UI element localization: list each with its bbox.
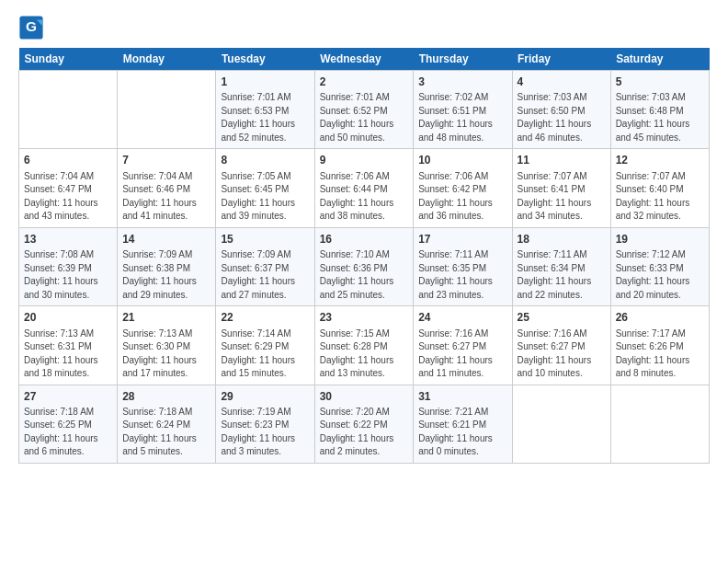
day-detail: Sunrise: 7:03 AM Sunset: 6:48 PM Dayligh… xyxy=(616,91,704,144)
day-detail: Sunrise: 7:21 AM Sunset: 6:21 PM Dayligh… xyxy=(418,406,506,459)
calendar-cell: 25Sunrise: 7:16 AM Sunset: 6:27 PM Dayli… xyxy=(512,306,610,385)
day-number: 1 xyxy=(221,75,309,90)
day-detail: Sunrise: 7:09 AM Sunset: 6:38 PM Dayligh… xyxy=(122,248,210,302)
day-detail: Sunrise: 7:01 AM Sunset: 6:53 PM Dayligh… xyxy=(221,91,309,144)
day-number: 22 xyxy=(221,310,309,326)
calendar-cell: 2Sunrise: 7:01 AM Sunset: 6:52 PM Daylig… xyxy=(314,71,414,149)
calendar-cell xyxy=(512,385,610,463)
day-header-wednesday: Wednesday xyxy=(314,48,414,71)
day-number: 7 xyxy=(122,153,210,168)
day-number: 20 xyxy=(24,310,112,326)
day-detail: Sunrise: 7:06 AM Sunset: 6:42 PM Dayligh… xyxy=(418,170,506,224)
svg-text:G: G xyxy=(26,18,37,34)
logo: G xyxy=(18,15,48,40)
calendar-cell xyxy=(118,71,216,149)
day-detail: Sunrise: 7:14 AM Sunset: 6:29 PM Dayligh… xyxy=(221,327,309,381)
calendar-cell: 7Sunrise: 7:04 AM Sunset: 6:46 PM Daylig… xyxy=(118,149,216,227)
calendar-cell: 30Sunrise: 7:20 AM Sunset: 6:22 PM Dayli… xyxy=(314,385,414,463)
calendar-cell: 11Sunrise: 7:07 AM Sunset: 6:41 PM Dayli… xyxy=(512,149,610,227)
day-number: 13 xyxy=(24,232,112,247)
calendar-cell: 21Sunrise: 7:13 AM Sunset: 6:30 PM Dayli… xyxy=(118,306,216,385)
day-detail: Sunrise: 7:04 AM Sunset: 6:47 PM Dayligh… xyxy=(24,170,112,224)
day-number: 4 xyxy=(518,75,606,90)
calendar-cell: 14Sunrise: 7:09 AM Sunset: 6:38 PM Dayli… xyxy=(118,227,216,305)
calendar-cell: 27Sunrise: 7:18 AM Sunset: 6:25 PM Dayli… xyxy=(19,385,118,463)
calendar-cell: 1Sunrise: 7:01 AM Sunset: 6:53 PM Daylig… xyxy=(216,71,314,149)
day-header-friday: Friday xyxy=(512,48,610,71)
week-row-1: 1Sunrise: 7:01 AM Sunset: 6:53 PM Daylig… xyxy=(19,71,710,149)
calendar-cell: 24Sunrise: 7:16 AM Sunset: 6:27 PM Dayli… xyxy=(414,306,512,385)
calendar-cell: 16Sunrise: 7:10 AM Sunset: 6:36 PM Dayli… xyxy=(314,227,414,305)
day-detail: Sunrise: 7:04 AM Sunset: 6:46 PM Dayligh… xyxy=(122,170,210,224)
calendar-cell: 29Sunrise: 7:19 AM Sunset: 6:23 PM Dayli… xyxy=(216,385,314,463)
day-detail: Sunrise: 7:03 AM Sunset: 6:50 PM Dayligh… xyxy=(518,91,606,144)
day-number: 29 xyxy=(221,389,309,405)
day-detail: Sunrise: 7:06 AM Sunset: 6:44 PM Dayligh… xyxy=(320,170,409,224)
day-header-tuesday: Tuesday xyxy=(216,48,314,71)
day-number: 30 xyxy=(320,389,409,405)
day-number: 27 xyxy=(24,389,112,405)
day-number: 17 xyxy=(418,232,506,247)
calendar-cell: 4Sunrise: 7:03 AM Sunset: 6:50 PM Daylig… xyxy=(512,71,610,149)
day-detail: Sunrise: 7:19 AM Sunset: 6:23 PM Dayligh… xyxy=(221,406,309,459)
day-number: 9 xyxy=(320,153,409,168)
day-number: 28 xyxy=(122,389,210,405)
day-number: 10 xyxy=(418,153,506,168)
calendar-cell: 28Sunrise: 7:18 AM Sunset: 6:24 PM Dayli… xyxy=(118,385,216,463)
logo-icon: G xyxy=(18,15,44,40)
calendar-cell: 6Sunrise: 7:04 AM Sunset: 6:47 PM Daylig… xyxy=(19,149,118,227)
calendar-cell: 17Sunrise: 7:11 AM Sunset: 6:35 PM Dayli… xyxy=(414,227,512,305)
day-number: 26 xyxy=(616,310,704,326)
day-number: 24 xyxy=(418,310,506,326)
day-header-sunday: Sunday xyxy=(19,48,118,71)
day-number: 31 xyxy=(418,389,506,405)
day-number: 6 xyxy=(24,153,112,168)
day-detail: Sunrise: 7:11 AM Sunset: 6:34 PM Dayligh… xyxy=(518,248,606,302)
day-number: 3 xyxy=(418,75,506,90)
day-detail: Sunrise: 7:10 AM Sunset: 6:36 PM Dayligh… xyxy=(320,248,409,302)
calendar-cell: 12Sunrise: 7:07 AM Sunset: 6:40 PM Dayli… xyxy=(610,149,709,227)
calendar-cell: 15Sunrise: 7:09 AM Sunset: 6:37 PM Dayli… xyxy=(216,227,314,305)
day-detail: Sunrise: 7:13 AM Sunset: 6:31 PM Dayligh… xyxy=(24,327,112,381)
day-detail: Sunrise: 7:01 AM Sunset: 6:52 PM Dayligh… xyxy=(320,91,409,144)
day-number: 19 xyxy=(616,232,704,247)
day-number: 12 xyxy=(616,153,704,168)
calendar-cell: 23Sunrise: 7:15 AM Sunset: 6:28 PM Dayli… xyxy=(314,306,414,385)
calendar-cell: 26Sunrise: 7:17 AM Sunset: 6:26 PM Dayli… xyxy=(610,306,709,385)
page-header: G xyxy=(18,15,710,40)
day-detail: Sunrise: 7:15 AM Sunset: 6:28 PM Dayligh… xyxy=(320,327,409,381)
day-detail: Sunrise: 7:16 AM Sunset: 6:27 PM Dayligh… xyxy=(518,327,606,381)
day-number: 15 xyxy=(221,232,309,247)
day-detail: Sunrise: 7:07 AM Sunset: 6:41 PM Dayligh… xyxy=(518,170,606,224)
calendar-cell: 31Sunrise: 7:21 AM Sunset: 6:21 PM Dayli… xyxy=(414,385,512,463)
day-detail: Sunrise: 7:05 AM Sunset: 6:45 PM Dayligh… xyxy=(221,170,309,224)
week-row-3: 13Sunrise: 7:08 AM Sunset: 6:39 PM Dayli… xyxy=(19,227,710,305)
day-detail: Sunrise: 7:08 AM Sunset: 6:39 PM Dayligh… xyxy=(24,248,112,302)
day-number: 25 xyxy=(518,310,606,326)
calendar-cell: 8Sunrise: 7:05 AM Sunset: 6:45 PM Daylig… xyxy=(216,149,314,227)
day-detail: Sunrise: 7:02 AM Sunset: 6:51 PM Dayligh… xyxy=(418,91,506,144)
day-number: 23 xyxy=(320,310,409,326)
week-row-4: 20Sunrise: 7:13 AM Sunset: 6:31 PM Dayli… xyxy=(19,306,710,385)
calendar-cell: 22Sunrise: 7:14 AM Sunset: 6:29 PM Dayli… xyxy=(216,306,314,385)
day-detail: Sunrise: 7:18 AM Sunset: 6:25 PM Dayligh… xyxy=(24,406,112,459)
calendar-cell: 10Sunrise: 7:06 AM Sunset: 6:42 PM Dayli… xyxy=(414,149,512,227)
day-detail: Sunrise: 7:07 AM Sunset: 6:40 PM Dayligh… xyxy=(616,170,704,224)
day-number: 21 xyxy=(122,310,210,326)
day-number: 14 xyxy=(122,232,210,247)
day-detail: Sunrise: 7:17 AM Sunset: 6:26 PM Dayligh… xyxy=(616,327,704,381)
day-detail: Sunrise: 7:16 AM Sunset: 6:27 PM Dayligh… xyxy=(418,327,506,381)
day-number: 11 xyxy=(518,153,606,168)
day-detail: Sunrise: 7:11 AM Sunset: 6:35 PM Dayligh… xyxy=(418,248,506,302)
calendar-cell: 20Sunrise: 7:13 AM Sunset: 6:31 PM Dayli… xyxy=(19,306,118,385)
day-detail: Sunrise: 7:13 AM Sunset: 6:30 PM Dayligh… xyxy=(122,327,210,381)
calendar-header-row: SundayMondayTuesdayWednesdayThursdayFrid… xyxy=(19,48,710,71)
day-detail: Sunrise: 7:20 AM Sunset: 6:22 PM Dayligh… xyxy=(320,406,409,459)
calendar-cell: 3Sunrise: 7:02 AM Sunset: 6:51 PM Daylig… xyxy=(414,71,512,149)
day-header-thursday: Thursday xyxy=(414,48,512,71)
day-number: 5 xyxy=(616,75,704,90)
calendar-cell: 5Sunrise: 7:03 AM Sunset: 6:48 PM Daylig… xyxy=(610,71,709,149)
week-row-2: 6Sunrise: 7:04 AM Sunset: 6:47 PM Daylig… xyxy=(19,149,710,227)
day-detail: Sunrise: 7:09 AM Sunset: 6:37 PM Dayligh… xyxy=(221,248,309,302)
day-header-saturday: Saturday xyxy=(610,48,709,71)
